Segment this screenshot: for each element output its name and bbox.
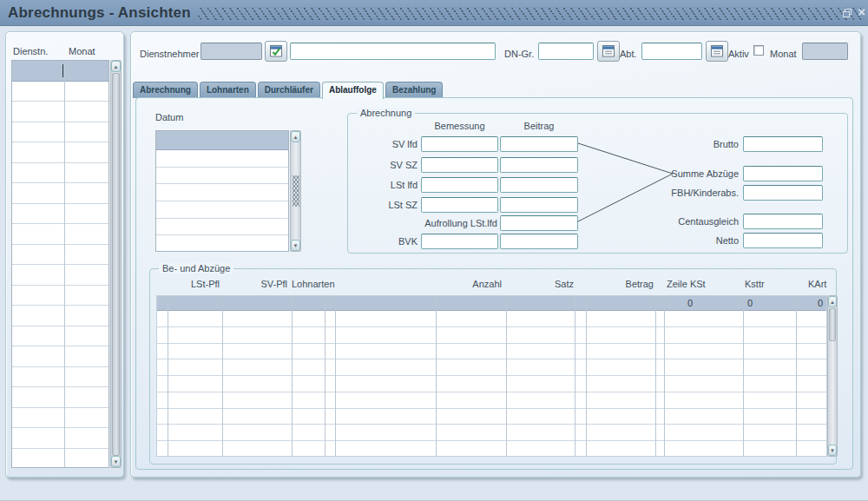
netto-field[interactable]: [743, 233, 823, 248]
centausgleich-field[interactable]: [743, 214, 823, 229]
scroll-up-icon[interactable]: ▲: [111, 61, 121, 72]
ksttr-value: 0: [747, 298, 753, 308]
empty-row[interactable]: [12, 163, 108, 184]
scroll-down-icon[interactable]: ▼: [828, 445, 837, 456]
datum-list[interactable]: [155, 130, 289, 252]
be-und-abzuege-group-title: Be- und Abzüge: [159, 263, 233, 274]
empty-row[interactable]: [12, 326, 108, 347]
dienstnehmer-label: Dienstnehmer: [140, 49, 199, 59]
employee-list-scrollbar[interactable]: ▲ ▼: [110, 60, 122, 468]
tab-bar: Abrechnung Lohnarten Durchläufer Ablauff…: [133, 82, 443, 99]
lst-lfd-beitrag-field[interactable]: [500, 177, 578, 193]
scrollbar-thumb[interactable]: [829, 308, 836, 341]
kart-value: 0: [818, 298, 823, 308]
betrag-header: Betrag: [584, 279, 654, 289]
datum-scrollbar[interactable]: ▲ ▼: [290, 130, 301, 252]
empty-row[interactable]: [156, 184, 288, 201]
tab-durchlaeufer[interactable]: Durchläufer: [258, 82, 320, 98]
abt-list-button[interactable]: [706, 41, 728, 62]
be-und-abzuege-headers: LSt-Pfl SV-Pfl Lohnarten Anzahl Satz Bet…: [156, 279, 827, 293]
lst-lfd-bemessung-field[interactable]: [421, 177, 498, 193]
monat-field[interactable]: [802, 43, 848, 60]
be-und-abzuege-scrollbar[interactable]: ▲ ▼: [827, 295, 838, 457]
empty-row[interactable]: [157, 392, 826, 409]
empty-row[interactable]: [12, 306, 108, 326]
scroll-down-icon[interactable]: ▼: [111, 456, 121, 467]
empty-row[interactable]: [12, 183, 108, 204]
scroll-up-icon[interactable]: ▲: [291, 131, 300, 142]
bvk-bemessung-field[interactable]: [421, 234, 498, 249]
selected-datum-row[interactable]: [156, 131, 288, 150]
employee-list[interactable]: [11, 60, 109, 468]
empty-row[interactable]: [156, 235, 288, 252]
empty-row[interactable]: [156, 219, 288, 236]
window-titlebar[interactable]: Abrechnungs - Ansichten ×: [0, 0, 868, 26]
selected-abzug-row[interactable]: 0 0 0: [157, 296, 826, 311]
summe-abzuege-field[interactable]: [743, 166, 823, 181]
tab-abrechnung[interactable]: Abrechnung: [133, 82, 198, 98]
empty-row[interactable]: [12, 408, 108, 429]
aufrollung-beitrag-field[interactable]: [500, 215, 578, 231]
tab-bezahlung[interactable]: Bezahlung: [385, 82, 444, 98]
scroll-up-icon[interactable]: ▲: [828, 296, 837, 307]
empty-row[interactable]: [157, 344, 826, 360]
empty-row[interactable]: [157, 409, 826, 425]
abt-field[interactable]: [641, 43, 702, 60]
sv-lfd-bemessung-field[interactable]: [421, 136, 498, 152]
empty-row[interactable]: [12, 367, 108, 388]
close-window-icon[interactable]: ×: [858, 5, 865, 18]
be-und-abzuege-table[interactable]: 0 0 0: [156, 295, 827, 457]
titlebar-hatch-pattern: [198, 7, 861, 21]
empty-row[interactable]: [12, 102, 108, 122]
empty-row[interactable]: [12, 387, 108, 408]
scrollbar-thumb[interactable]: [112, 73, 120, 456]
restore-window-icon[interactable]: [842, 7, 852, 21]
empty-row[interactable]: [12, 122, 108, 143]
zeile-kst-header: Zeile KSt: [667, 279, 706, 289]
selected-employee-row[interactable]: [12, 61, 108, 82]
sv-sz-bemessung-field[interactable]: [421, 157, 498, 173]
monat-label: Monat: [770, 49, 797, 59]
tab-ablauffolge[interactable]: Ablauffolge: [322, 82, 384, 99]
window-title: Abrechnungs - Ansichten: [0, 4, 191, 22]
empty-row[interactable]: [12, 142, 108, 163]
lst-lfd-label: LSt lfd: [348, 180, 418, 190]
scroll-down-icon[interactable]: ▼: [291, 240, 300, 251]
lst-sz-bemessung-field[interactable]: [421, 197, 498, 213]
empty-row[interactable]: [157, 376, 826, 392]
scrollbar-grip[interactable]: [293, 175, 299, 207]
dienstnehmer-lov-button[interactable]: [265, 41, 287, 62]
empty-row[interactable]: [157, 311, 826, 327]
dienstnehmer-name-field[interactable]: [290, 43, 496, 60]
bvk-beitrag-field[interactable]: [500, 234, 578, 249]
empty-row[interactable]: [12, 82, 108, 102]
lst-sz-beitrag-field[interactable]: [500, 197, 578, 213]
empty-row[interactable]: [157, 359, 826, 376]
sv-lfd-beitrag-field[interactable]: [500, 136, 578, 152]
dn-gr-list-button[interactable]: [597, 41, 620, 62]
empty-row[interactable]: [12, 224, 108, 245]
empty-row[interactable]: [157, 327, 826, 344]
empty-row[interactable]: [12, 428, 108, 449]
empty-row[interactable]: [12, 286, 108, 307]
dienstn-column-header: Dienstn.: [13, 46, 48, 56]
empty-row[interactable]: [157, 425, 826, 441]
empty-row[interactable]: [156, 150, 288, 168]
brutto-field[interactable]: [743, 136, 823, 152]
empty-row[interactable]: [12, 265, 108, 286]
tab-lohnarten[interactable]: Lohnarten: [200, 82, 256, 98]
empty-row[interactable]: [156, 168, 288, 185]
empty-row[interactable]: [12, 245, 108, 266]
aktiv-checkbox[interactable]: [753, 45, 764, 56]
empty-row[interactable]: [157, 441, 826, 457]
sv-sz-beitrag-field[interactable]: [500, 157, 578, 173]
dn-gr-field[interactable]: [538, 43, 594, 60]
empty-row[interactable]: [12, 346, 108, 367]
empty-row[interactable]: [12, 449, 108, 469]
fbh-kinderabs-field[interactable]: [743, 185, 823, 201]
empty-row[interactable]: [12, 204, 108, 225]
lst-pfl-header: LSt-Pfl: [168, 279, 220, 289]
bvk-label: BVK: [348, 236, 418, 247]
dienstnehmer-code-field[interactable]: [201, 43, 262, 60]
empty-row[interactable]: [156, 201, 288, 219]
